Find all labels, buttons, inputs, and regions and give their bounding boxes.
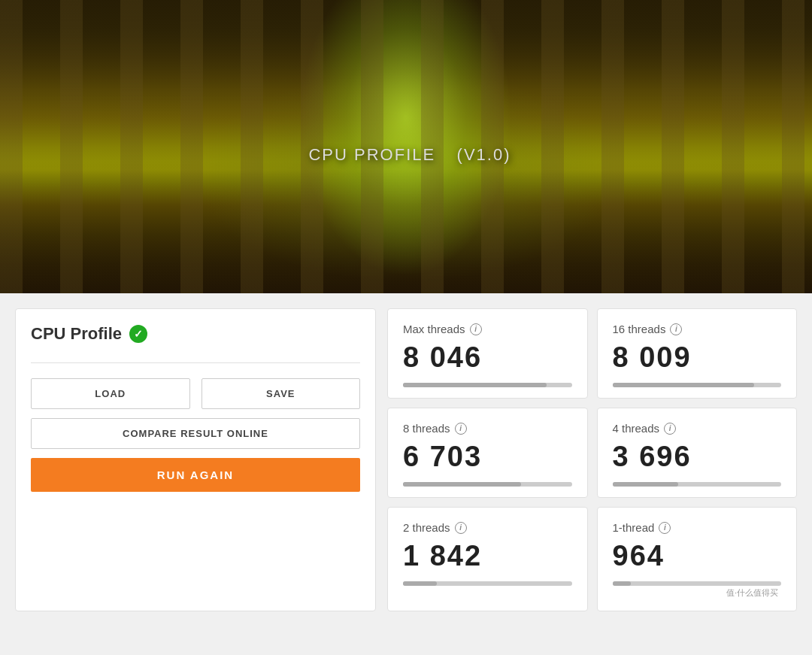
metric-bar-fill bbox=[613, 482, 679, 487]
hero-title: CPU PROFILE (V1.0) bbox=[301, 124, 511, 169]
metric-value-8-threads: 6 703 bbox=[403, 441, 572, 473]
info-icon[interactable]: i bbox=[455, 423, 467, 435]
metric-card-8-threads: 8 threads i 6 703 bbox=[387, 408, 588, 498]
metric-bar-fill bbox=[613, 383, 755, 387]
metric-bar-fill bbox=[403, 482, 521, 487]
metric-bar-4-threads bbox=[613, 482, 782, 487]
left-panel: CPU Profile ✓ LOAD SAVE COMPARE RESULT O… bbox=[15, 308, 376, 611]
metric-bar-fill bbox=[403, 581, 437, 586]
divider bbox=[31, 362, 360, 363]
info-icon[interactable]: i bbox=[659, 522, 671, 534]
load-button[interactable]: LOAD bbox=[31, 378, 190, 409]
metric-card-4-threads: 4 threads i 3 696 bbox=[597, 408, 798, 498]
metric-card-2-threads: 2 threads i 1 842 bbox=[387, 507, 588, 611]
metric-label-text: 8 threads bbox=[403, 422, 450, 435]
info-icon[interactable]: i bbox=[455, 522, 467, 534]
info-icon[interactable]: i bbox=[470, 323, 482, 335]
metric-value-16-threads: 8 009 bbox=[613, 341, 782, 374]
metric-label-max-threads: Max threads i bbox=[403, 323, 572, 335]
metric-label-text: 16 threads bbox=[613, 323, 666, 335]
metric-bar-fill bbox=[403, 383, 547, 387]
panel-title-text: CPU Profile bbox=[31, 324, 122, 344]
metric-value-1-thread: 964 bbox=[613, 540, 782, 572]
metric-label-4-threads: 4 threads i bbox=[613, 422, 782, 435]
metric-label-2-threads: 2 threads i bbox=[403, 521, 572, 534]
metric-bar-max-threads bbox=[403, 383, 572, 387]
hero-title-text: CPU PROFILE bbox=[308, 145, 435, 164]
metric-label-1-thread: 1-thread i bbox=[613, 521, 782, 534]
panel-title: CPU Profile ✓ bbox=[31, 324, 360, 344]
check-icon: ✓ bbox=[129, 325, 147, 343]
hero-banner: CPU PROFILE (V1.0) bbox=[0, 0, 812, 293]
metric-label-text: Max threads bbox=[403, 323, 465, 335]
metric-label-8-threads: 8 threads i bbox=[403, 422, 572, 435]
metric-card-1-thread: 1-thread i 964 值·什么值得买 bbox=[597, 507, 798, 611]
watermark: 值·什么值得买 bbox=[613, 586, 782, 600]
compare-button[interactable]: COMPARE RESULT ONLINE bbox=[31, 418, 360, 449]
metric-bar-8-threads bbox=[403, 482, 572, 487]
metric-card-max-threads: Max threads i 8 046 bbox=[387, 308, 588, 399]
run-again-button[interactable]: RUN AGAIN bbox=[31, 458, 360, 492]
metric-bar-16-threads bbox=[613, 383, 782, 387]
save-button[interactable]: SAVE bbox=[201, 378, 361, 409]
metric-label-text: 4 threads bbox=[613, 422, 660, 435]
metric-value-2-threads: 1 842 bbox=[403, 540, 572, 572]
metric-value-max-threads: 8 046 bbox=[403, 341, 572, 374]
metrics-grid: Max threads i 8 046 16 threads i 8 009 8… bbox=[387, 308, 797, 611]
metric-value-4-threads: 3 696 bbox=[613, 441, 782, 473]
load-save-row: LOAD SAVE bbox=[31, 378, 360, 409]
info-icon[interactable]: i bbox=[664, 423, 676, 435]
hero-title-container: CPU PROFILE (V1.0) bbox=[301, 124, 511, 169]
metric-label-text: 1-thread bbox=[613, 521, 655, 534]
info-icon[interactable]: i bbox=[670, 323, 682, 335]
main-content: CPU Profile ✓ LOAD SAVE COMPARE RESULT O… bbox=[0, 293, 812, 626]
metric-card-16-threads: 16 threads i 8 009 bbox=[597, 308, 798, 399]
metric-bar-2-threads bbox=[403, 581, 572, 586]
metric-label-16-threads: 16 threads i bbox=[613, 323, 782, 335]
hero-version: (V1.0) bbox=[457, 145, 511, 164]
metric-label-text: 2 threads bbox=[403, 521, 450, 534]
